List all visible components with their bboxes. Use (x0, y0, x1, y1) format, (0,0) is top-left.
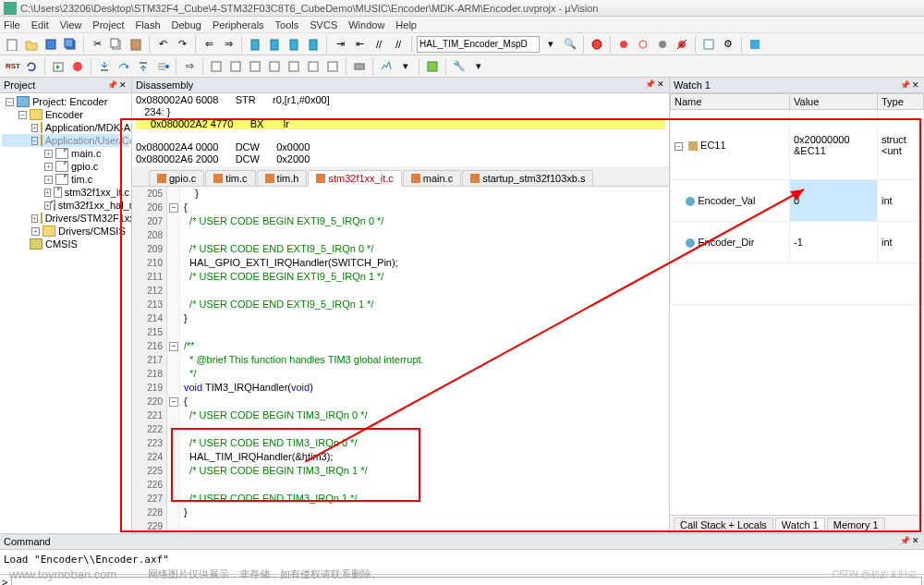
step-out-icon[interactable] (135, 58, 152, 75)
tab-callstack[interactable]: Call Stack + Locals (674, 518, 773, 532)
bookmark-clear-icon[interactable] (305, 36, 322, 53)
reset-icon[interactable] (23, 58, 40, 75)
outdent-icon[interactable]: ⇤ (351, 36, 368, 53)
find-icon[interactable]: 🔍 (562, 36, 578, 53)
editor-tab[interactable]: stm32f1xx_it.c (308, 170, 401, 187)
analyzer-icon[interactable] (378, 58, 395, 75)
registers-icon[interactable] (266, 58, 283, 75)
tree-file-gpio[interactable]: +gpio.c (2, 160, 129, 173)
toolbox2-icon[interactable]: ▾ (470, 58, 487, 75)
menu-edit[interactable]: Edit (31, 19, 49, 30)
memory-icon[interactable] (324, 58, 341, 75)
bookmark-next-icon[interactable] (286, 36, 302, 53)
bookmark-prev-icon[interactable] (266, 36, 283, 53)
new-icon[interactable] (4, 36, 20, 53)
watch-col-name[interactable]: Name (671, 94, 790, 110)
watch-row[interactable]: − EC110x20000000 &EC11struct <unt (671, 110, 924, 180)
menu-svcs[interactable]: SVCS (310, 19, 337, 30)
tree-target[interactable]: −Encoder (2, 108, 129, 121)
close-icon[interactable]: ✕ (118, 80, 128, 90)
symbol-window-icon[interactable] (247, 58, 263, 75)
breakpoint-kill-icon[interactable] (674, 36, 690, 53)
menu-flash[interactable]: Flash (136, 19, 161, 30)
find-dropdown-icon[interactable]: ▾ (542, 36, 559, 53)
watch-col-type[interactable]: Type (878, 94, 924, 110)
menu-view[interactable]: View (60, 19, 82, 30)
pin-icon[interactable]: 📌 (900, 80, 909, 90)
bookmark-icon[interactable] (247, 36, 263, 53)
watch-table[interactable]: Name Value Type − EC110x20000000 &EC11st… (670, 93, 924, 305)
run-to-cursor-icon[interactable] (154, 58, 171, 75)
menu-file[interactable]: File (4, 19, 20, 30)
disassembly-view[interactable]: 0x080002A0 6008 STR r0,[r1,#0x00] 234: }… (132, 93, 669, 166)
redo-icon[interactable]: ↷ (174, 36, 190, 53)
close-icon[interactable]: ✕ (911, 80, 920, 90)
indent-icon[interactable]: ⇥ (332, 36, 348, 53)
project-tree[interactable]: −Project: Encoder −Encoder +Application/… (0, 93, 131, 533)
breakpoint-disable-icon[interactable] (654, 36, 671, 53)
open-icon[interactable] (23, 36, 40, 53)
tree-group-mdkarm[interactable]: +Application/MDK-ARM (2, 121, 129, 134)
tree-file-main[interactable]: +main.c (2, 147, 129, 160)
breakpoint-enable-icon[interactable] (635, 36, 651, 53)
debug-icon[interactable] (589, 36, 605, 53)
watch-row[interactable]: Encoder_Dir-1int (671, 221, 924, 262)
code-editor[interactable]: 2052062072082092102112122132142152162172… (132, 187, 669, 533)
tree-group-hal[interactable]: +Drivers/STM32F1xx_HAL (2, 212, 129, 225)
watch-col-value[interactable]: Value (790, 94, 878, 110)
editor-tab[interactable]: tim.c (205, 170, 255, 186)
undo-icon[interactable]: ↶ (154, 36, 171, 53)
tree-file-tim[interactable]: +tim.c (2, 173, 129, 186)
save-all-icon[interactable] (62, 36, 79, 53)
tab-watch1[interactable]: Watch 1 (775, 518, 825, 532)
trace-icon[interactable]: ▾ (397, 58, 414, 75)
tree-file-msp[interactable]: +stm32f1xx_hal_msp (2, 199, 129, 212)
watch-row[interactable]: Encoder_Val0int (671, 180, 924, 222)
system-viewer-icon[interactable] (424, 58, 441, 75)
nav-back-icon[interactable]: ⇐ (201, 36, 217, 53)
watch-icon[interactable] (305, 58, 322, 75)
menu-window[interactable]: Window (348, 19, 384, 30)
close-icon[interactable]: ✕ (656, 79, 665, 89)
pin-icon[interactable]: 📌 (645, 79, 654, 89)
breakpoint-insert-icon[interactable] (615, 36, 632, 53)
comment-icon[interactable]: // (371, 36, 387, 53)
pin-icon[interactable]: 📌 (107, 80, 116, 90)
stop-icon[interactable] (69, 58, 86, 75)
find-combo[interactable] (417, 36, 540, 53)
menu-debug[interactable]: Debug (172, 19, 201, 30)
tree-group-usercore[interactable]: −Application/User/Core (2, 134, 129, 147)
show-next-icon[interactable]: ⇨ (181, 58, 198, 75)
uncomment-icon[interactable]: // (390, 36, 407, 53)
save-icon[interactable] (43, 36, 59, 53)
toolbox-icon[interactable]: 🔧 (451, 58, 468, 75)
disasm-window-icon[interactable] (227, 58, 244, 75)
nav-fwd-icon[interactable]: ⇒ (220, 36, 237, 53)
tab-memory1[interactable]: Memory 1 (827, 518, 885, 532)
editor-tab[interactable]: tim.h (257, 170, 308, 186)
tree-file-it[interactable]: +stm32f1xx_it.c (2, 186, 129, 199)
copy-icon[interactable] (108, 36, 125, 53)
config-icon[interactable]: ⚙ (720, 36, 736, 53)
cut-icon[interactable]: ✂ (89, 36, 105, 53)
editor-tab[interactable]: gpio.c (149, 170, 204, 186)
run-icon[interactable] (50, 58, 67, 75)
callstack-icon[interactable] (286, 58, 302, 75)
paste-icon[interactable] (128, 36, 144, 53)
step-over-icon[interactable] (116, 58, 132, 75)
menu-tools[interactable]: Tools (275, 19, 299, 30)
step-into-icon[interactable] (96, 58, 113, 75)
close-icon[interactable]: ✕ (911, 536, 920, 545)
window-icon[interactable] (700, 36, 717, 53)
menu-help[interactable]: Help (395, 19, 417, 30)
watch-enter-expression[interactable] (671, 262, 924, 304)
menu-peripherals[interactable]: Peripherals (213, 19, 264, 30)
tree-group-cmsis[interactable]: +Drivers/CMSIS (2, 225, 129, 238)
editor-tab[interactable]: main.c (403, 170, 461, 186)
tree-cmsis-pack[interactable]: CMSIS (2, 238, 129, 250)
pin-icon[interactable]: 📌 (900, 536, 909, 545)
help-icon[interactable] (747, 36, 763, 53)
menu-project[interactable]: Project (92, 19, 124, 30)
serial-icon[interactable] (351, 58, 368, 75)
command-window-icon[interactable] (208, 58, 225, 75)
